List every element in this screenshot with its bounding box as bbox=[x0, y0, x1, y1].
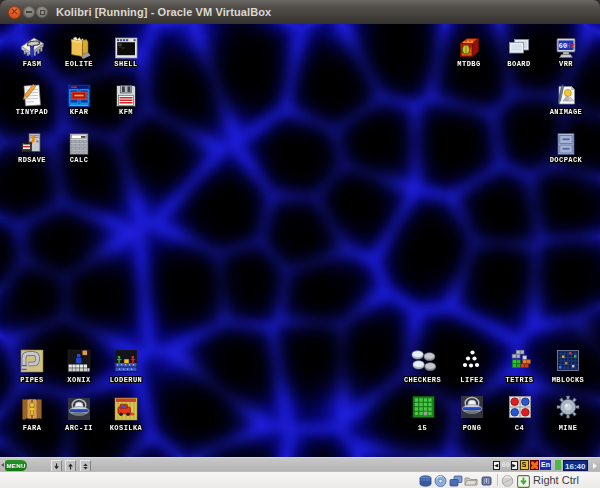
svg-text:Hz: Hz bbox=[567, 42, 575, 50]
